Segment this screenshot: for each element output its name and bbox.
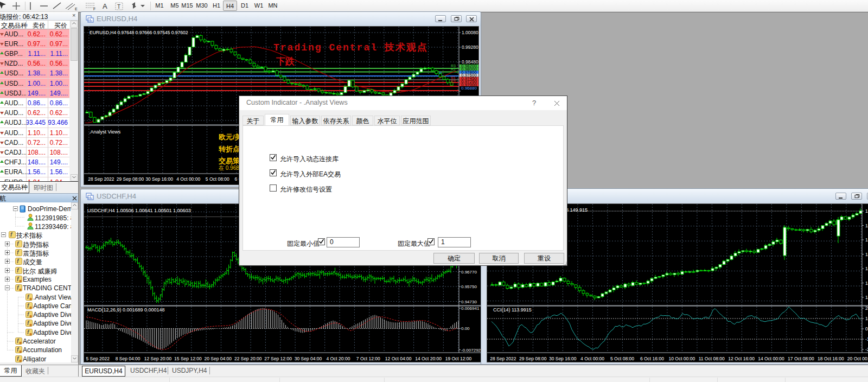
svg-text:0.95750: 0.95750	[461, 284, 477, 289]
svg-text:4 Oct 20:00: 4 Oct 20:00	[326, 356, 350, 361]
svg-text:146.63: 146.63	[865, 266, 868, 271]
svg-text:0.96880: 0.96880	[461, 86, 477, 91]
svg-text:-200.0000: -200.0000	[865, 347, 868, 352]
svg-text:20 Sep 04:00: 20 Sep 04:00	[205, 356, 232, 361]
svg-text:下跌: 下跌	[276, 56, 295, 67]
svg-text:MACD(12,26,9) 0.001689 0.00014: MACD(12,26,9) 0.001689 0.000148	[87, 307, 165, 313]
svg-text:14 Oct 20:00: 14 Oct 20:00	[415, 356, 442, 361]
svg-text:149.09: 149.09	[865, 223, 868, 228]
svg-text:4 Oct 00:00: 4 Oct 00:00	[580, 356, 604, 361]
svg-text:148.27: 148.27	[865, 237, 868, 243]
svg-text:30 Sep 04:00: 30 Sep 04:00	[295, 356, 322, 361]
svg-text:12 Sep 20:00: 12 Sep 20:00	[144, 356, 172, 361]
svg-text:29 Sep 08:00: 29 Sep 08:00	[117, 176, 144, 182]
svg-text:10 Oct 00:00: 10 Oct 00:00	[668, 356, 695, 361]
svg-text:8 Sep 04:00: 8 Sep 04:00	[116, 356, 141, 361]
svg-text:11 Oct 08:00: 11 Oct 08:00	[699, 356, 725, 361]
svg-text:E: E	[75, 7, 78, 11]
svg-text:EURUSD,H4 0.97648 0.97666 0.97: EURUSD,H4 0.97648 0.97666 0.97545 0.9760…	[90, 30, 188, 35]
svg-text:CCI(14) 113.9915: CCI(14) 113.9915	[493, 307, 532, 313]
svg-text:0.00: 0.00	[461, 326, 470, 331]
svg-text:-0.007292: -0.007292	[461, 348, 481, 353]
svg-text:A: A	[103, 2, 107, 10]
svg-text:15 Sep 12:00: 15 Sep 12:00	[174, 356, 202, 361]
svg-text:19 Oct 12:00: 19 Oct 12:00	[445, 356, 472, 361]
svg-text:P: P	[439, 71, 442, 75]
svg-text:30 Sep 16:00: 30 Sep 16:00	[549, 356, 577, 361]
svg-text:29 Sep 08:00: 29 Sep 08:00	[519, 356, 547, 361]
svg-text:30 Sep 16:00: 30 Sep 16:00	[145, 176, 173, 182]
svg-text:-100.0000: -100.0000	[865, 336, 868, 342]
svg-text:12 Oct 16:00: 12 Oct 16:00	[728, 356, 755, 361]
svg-text:.Analyst Views: .Analyst Views	[89, 129, 121, 135]
svg-text:27 Sep 12:00: 27 Sep 12:00	[264, 356, 292, 361]
svg-text:7 Oct 12:00: 7 Oct 12:00	[356, 356, 380, 361]
svg-text:6 Oct 16:00: 6 Oct 16:00	[640, 356, 664, 361]
svg-text:T: T	[117, 4, 120, 10]
svg-text:149.915: 149.915	[865, 208, 868, 214]
svg-text:R2: R2	[451, 67, 456, 71]
svg-text:147.45: 147.45	[865, 252, 868, 257]
svg-text:0.006941: 0.006941	[461, 306, 480, 311]
svg-text:1.00080: 1.00080	[462, 30, 478, 35]
svg-text:5 Oct 08:00: 5 Oct 08:00	[206, 176, 229, 182]
svg-text:4 Oct 00:00: 4 Oct 00:00	[176, 176, 200, 182]
svg-text:USDCHF,H4 1.00506 1.00641 1.00: USDCHF,H4 1.00506 1.00641 1.00501 1.0060…	[87, 208, 191, 213]
svg-text:12 Oct 04:00: 12 Oct 04:00	[385, 356, 412, 361]
svg-text:0.99280: 0.99280	[462, 44, 478, 50]
svg-text:144.99: 144.99	[865, 295, 868, 300]
svg-text:22 Sep 20:00: 22 Sep 20:00	[234, 356, 262, 361]
svg-text:0.96770: 0.96770	[461, 270, 477, 275]
svg-text:100.0000: 100.0000	[865, 316, 868, 321]
svg-text:S2: S2	[451, 80, 456, 84]
svg-text:28 Sep 2022: 28 Sep 2022	[88, 176, 114, 182]
svg-text:17 Oct 08:00: 17 Oct 08:00	[788, 356, 814, 361]
svg-text:200.0000: 200.0000	[865, 305, 868, 311]
svg-text:Trading Central 技术观点: Trading Central 技术观点	[273, 42, 428, 53]
svg-text:5 Oct 08:00: 5 Oct 08:00	[610, 356, 634, 361]
svg-text:0.94730: 0.94730	[461, 300, 477, 304]
svg-text:5 Sep 2022: 5 Sep 2022	[86, 356, 110, 361]
svg-text:145.81: 145.81	[865, 281, 868, 286]
svg-text:F: F	[93, 7, 95, 11]
svg-text:14 Oct 00:00: 14 Oct 00:00	[758, 356, 784, 361]
svg-text:20 Oct 00:00: 20 Oct 00:00	[847, 356, 868, 361]
svg-text:18 Oct 16:00: 18 Oct 16:00	[818, 356, 844, 361]
svg-text:28 Sep 2022: 28 Sep 2022	[490, 356, 516, 361]
svg-text:0.0000: 0.0000	[865, 326, 868, 332]
